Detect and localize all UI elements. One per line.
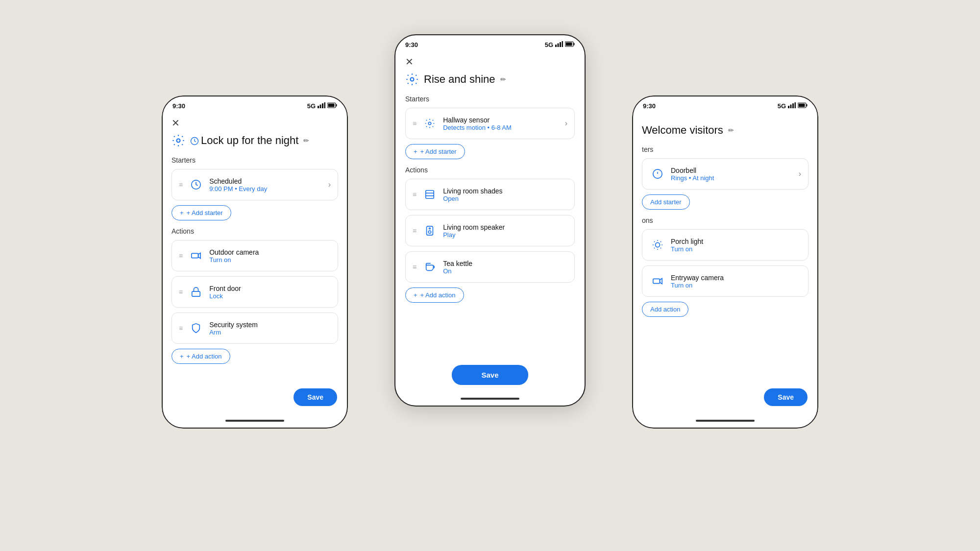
right-save-button[interactable]: Save xyxy=(764,388,808,406)
svg-rect-5 xyxy=(336,104,337,106)
svg-rect-12 xyxy=(192,291,200,296)
time-left: 9:30 xyxy=(172,102,185,110)
right-routine-title: Welcome visitors xyxy=(642,124,723,137)
left-phone-content: ✕ Lock up for the night ✏ Starters ≡ Sch… xyxy=(163,112,347,428)
center-home-bar xyxy=(461,398,519,400)
left-close-button[interactable]: ✕ xyxy=(172,118,180,128)
right-starter-doorbell[interactable]: Doorbell Rings • At night › xyxy=(642,158,808,190)
left-save-bar: Save xyxy=(163,383,347,416)
plus-icon: + xyxy=(414,148,417,155)
right-action-entryway-camera[interactable]: Entryway camera Turn on xyxy=(642,265,808,297)
center-add-action-button[interactable]: + + Add action xyxy=(405,287,464,303)
svg-rect-0 xyxy=(318,106,319,108)
left-add-action-button[interactable]: + + Add action xyxy=(172,349,230,364)
left-home-bar xyxy=(225,420,284,422)
svg-line-45 xyxy=(654,248,655,248)
bars-center xyxy=(555,41,563,48)
right-home-bar xyxy=(696,420,755,422)
svg-marker-11 xyxy=(198,253,201,259)
svg-rect-15 xyxy=(560,42,561,47)
center-close-button[interactable]: ✕ xyxy=(405,57,414,67)
left-header-row: ✕ xyxy=(172,118,338,128)
center-phone-content: ✕ Rise and shine ✏ Starters ≡ Hallway se xyxy=(395,51,585,406)
center-action-shades[interactable]: ≡ Living room shades Open xyxy=(405,179,575,210)
plus-icon: + xyxy=(414,291,417,299)
bars-right xyxy=(788,102,796,110)
left-save-button[interactable]: Save xyxy=(294,388,337,406)
svg-point-21 xyxy=(428,122,431,125)
svg-rect-28 xyxy=(788,106,789,108)
svg-point-26 xyxy=(428,231,431,234)
right-save-bar: Save xyxy=(633,383,817,416)
battery-left xyxy=(327,102,337,110)
signal-left: 5G xyxy=(307,102,316,110)
drag-handle: ≡ xyxy=(179,181,183,189)
left-title-row: Lock up for the night ✏ xyxy=(172,134,338,147)
svg-rect-10 xyxy=(192,253,198,258)
svg-rect-47 xyxy=(653,279,660,283)
center-edit-icon[interactable]: ✏ xyxy=(500,75,506,83)
left-edit-icon[interactable]: ✏ xyxy=(303,137,309,144)
center-add-starter-button[interactable]: + + Add starter xyxy=(405,144,465,159)
svg-rect-34 xyxy=(799,103,805,107)
right-phone-content: Welcome visitors ✏ ters Doorbell Rings •… xyxy=(633,112,817,428)
right-edit-icon[interactable]: ✏ xyxy=(728,126,734,134)
svg-marker-48 xyxy=(660,279,662,284)
left-starter-scheduled[interactable]: ≡ Scheduled 9:00 PM • Every day › xyxy=(172,169,338,200)
center-gear-icon xyxy=(405,72,419,86)
clock-icon-wrap xyxy=(188,176,204,193)
svg-rect-3 xyxy=(324,102,326,108)
right-starters-partial: ters xyxy=(642,145,808,153)
left-gear-icon xyxy=(172,134,185,147)
svg-rect-14 xyxy=(558,43,559,47)
left-action-outdoor-camera[interactable]: ≡ Outdoor camera Turn on xyxy=(172,240,338,271)
status-bar-right: 9:30 5G xyxy=(633,96,817,112)
svg-line-41 xyxy=(654,241,655,242)
time-right: 9:30 xyxy=(643,102,656,110)
right-actions-partial: ons xyxy=(642,216,808,224)
right-action-porch-light[interactable]: Porch light Turn on xyxy=(642,229,808,261)
svg-rect-16 xyxy=(562,41,564,47)
left-actions-header: Actions xyxy=(172,227,338,235)
svg-point-27 xyxy=(429,228,431,229)
right-title-row: Welcome visitors ✏ xyxy=(642,124,808,137)
center-routine-title: Rise and shine xyxy=(424,73,495,86)
svg-rect-2 xyxy=(322,103,323,108)
arrow-icon: › xyxy=(328,180,331,189)
center-header-row: ✕ xyxy=(405,57,575,67)
scheduled-text: Scheduled 9:00 PM • Every day xyxy=(209,177,323,192)
svg-rect-13 xyxy=(555,45,557,47)
svg-rect-1 xyxy=(320,104,321,108)
battery-right xyxy=(798,102,808,110)
svg-rect-18 xyxy=(574,43,575,45)
center-action-speaker[interactable]: ≡ Living room speaker Play xyxy=(405,215,575,246)
signal-center: 5G xyxy=(545,41,553,48)
center-actions-header: Actions xyxy=(405,166,575,174)
center-arrow-icon: › xyxy=(565,119,567,128)
status-bar-left: 9:30 5G xyxy=(163,96,347,112)
right-add-starter-button[interactable]: Add starter xyxy=(642,194,690,210)
svg-rect-30 xyxy=(792,103,794,108)
svg-point-7 xyxy=(177,139,180,143)
right-add-action-button[interactable]: Add action xyxy=(642,302,688,317)
left-action-security[interactable]: ≡ Security system Arm xyxy=(172,312,338,344)
svg-point-20 xyxy=(411,78,414,81)
center-save-bar: Save xyxy=(395,358,585,394)
center-action-kettle[interactable]: ≡ Tea kettle On xyxy=(405,251,575,283)
svg-rect-22 xyxy=(426,191,434,199)
left-phone: 9:30 5G ✕ Lock up for the night ✏ xyxy=(162,96,348,429)
center-save-button[interactable]: Save xyxy=(452,365,528,385)
left-routine-title: Lock up for the night xyxy=(190,134,298,147)
status-icons-left: 5G xyxy=(307,102,337,110)
bars-left xyxy=(318,102,325,110)
left-action-front-door[interactable]: ≡ Front door Lock xyxy=(172,276,338,308)
left-add-starter-button[interactable]: + + Add starter xyxy=(172,205,231,220)
status-icons-right: 5G xyxy=(778,102,808,110)
status-icons-center: 5G xyxy=(545,41,575,48)
svg-point-38 xyxy=(655,242,660,247)
status-bar-center: 9:30 5G xyxy=(395,35,585,51)
center-starter-hallway[interactable]: ≡ Hallway sensor Detects motion • 6-8 AM… xyxy=(405,108,575,139)
center-starters-header: Starters xyxy=(405,95,575,103)
time-center: 9:30 xyxy=(405,41,418,48)
svg-rect-33 xyxy=(807,104,808,106)
